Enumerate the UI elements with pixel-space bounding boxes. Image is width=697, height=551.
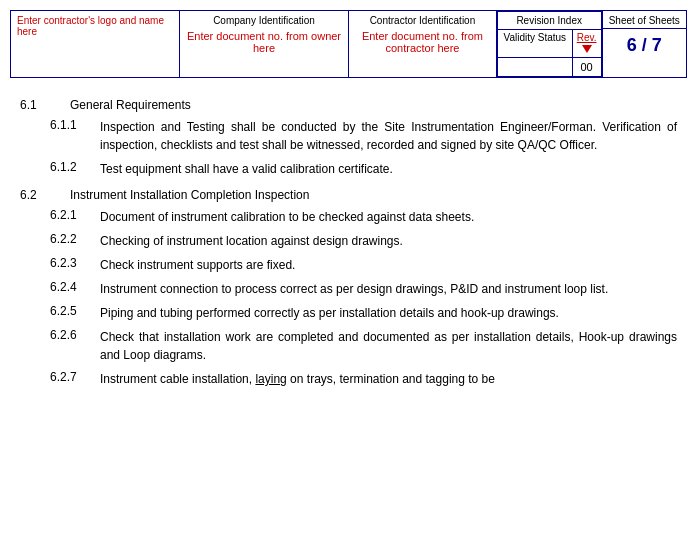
logo-cell: Enter contractor's logo and name here — [11, 11, 180, 78]
subsection-6-2-6-text: Check that installation work are complet… — [100, 328, 677, 364]
rev-arrow-icon — [580, 43, 594, 53]
subsection-6-1-2: 6.1.2 Test equipment shall have a valid … — [20, 160, 677, 178]
sheets-of-sheets-cell: Sheet of Sheets 6 / 7 — [602, 11, 687, 78]
logo-placeholder: Enter contractor's logo and name here — [17, 15, 164, 37]
subsection-6-2-2: 6.2.2 Checking of instrument location ag… — [20, 232, 677, 250]
section-6-2-title: 6.2 Instrument Installation Completion I… — [20, 188, 677, 202]
document-content: 6.1 General Requirements 6.1.1 Inspectio… — [10, 94, 687, 402]
subsection-6-1-2-num: 6.1.2 — [50, 160, 90, 178]
subsection-6-2-5-text: Piping and tubing performed correctly as… — [100, 304, 559, 322]
subsection-6-2-7-text: Instrument cable installation, laying on… — [100, 370, 495, 388]
subsection-6-2-1-text: Document of instrument calibration to be… — [100, 208, 474, 226]
subsection-6-2-7-num: 6.2.7 — [50, 370, 90, 388]
contractor-cell: Contractor Identification Enter document… — [349, 11, 497, 78]
subsection-6-2-1-num: 6.2.1 — [50, 208, 90, 226]
subsection-6-2-3-text: Check instrument supports are fixed. — [100, 256, 295, 274]
revision-index-label: Revision Index — [497, 12, 601, 30]
rev-label: Rev. — [572, 30, 601, 58]
subsection-6-2-6-num: 6.2.6 — [50, 328, 90, 364]
subsection-6-2-5: 6.2.5 Piping and tubing performed correc… — [20, 304, 677, 322]
contractor-label: Contractor Identification — [355, 15, 490, 26]
revision-index-cell: Revision Index Validity Status Rev. 00 — [496, 11, 602, 78]
subsection-6-1-1: 6.1.1 Inspection and Testing shall be co… — [20, 118, 677, 154]
company-cell: Company Identification Enter document no… — [180, 11, 349, 78]
section-6-2-num: 6.2 — [20, 188, 50, 202]
section-6-1: 6.1 General Requirements 6.1.1 Inspectio… — [20, 98, 677, 178]
section-6-1-title: 6.1 General Requirements — [20, 98, 677, 112]
subsection-6-2-4-num: 6.2.4 — [50, 280, 90, 298]
subsection-6-2-6: 6.2.6 Check that installation work are c… — [20, 328, 677, 364]
company-value: Enter document no. from owner here — [186, 30, 342, 54]
subsection-6-1-1-text: Inspection and Testing shall be conducte… — [100, 118, 677, 154]
validity-status-label: Validity Status — [497, 30, 572, 58]
subsection-6-2-3-num: 6.2.3 — [50, 256, 90, 274]
subsection-6-2-4-text: Instrument connection to process correct… — [100, 280, 608, 298]
rev-value: 00 — [572, 58, 601, 77]
subsection-6-2-5-num: 6.2.5 — [50, 304, 90, 322]
header-table: Enter contractor's logo and name here Co… — [10, 10, 687, 78]
subsection-6-2-1: 6.2.1 Document of instrument calibration… — [20, 208, 677, 226]
section-6-2-text: Instrument Installation Completion Inspe… — [70, 188, 309, 202]
subsection-6-2-3: 6.2.3 Check instrument supports are fixe… — [20, 256, 677, 274]
section-6-1-text: General Requirements — [70, 98, 191, 112]
section-6-2: 6.2 Instrument Installation Completion I… — [20, 188, 677, 388]
company-label: Company Identification — [186, 15, 342, 26]
subsection-6-2-2-text: Checking of instrument location against … — [100, 232, 403, 250]
subsection-6-1-1-num: 6.1.1 — [50, 118, 90, 154]
subsection-6-1-2-text: Test equipment shall have a valid calibr… — [100, 160, 393, 178]
sheets-label: Sheet of Sheets — [603, 11, 687, 29]
contractor-value: Enter document no. from contractor here — [355, 30, 490, 54]
sheets-value: 6 / 7 — [603, 29, 687, 62]
validity-status-value — [497, 58, 572, 77]
subsection-6-2-4: 6.2.4 Instrument connection to process c… — [20, 280, 677, 298]
section-6-1-num: 6.1 — [20, 98, 50, 112]
subsection-6-2-7: 6.2.7 Instrument cable installation, lay… — [20, 370, 677, 388]
subsection-6-2-2-num: 6.2.2 — [50, 232, 90, 250]
laying-underline: laying — [255, 372, 286, 386]
